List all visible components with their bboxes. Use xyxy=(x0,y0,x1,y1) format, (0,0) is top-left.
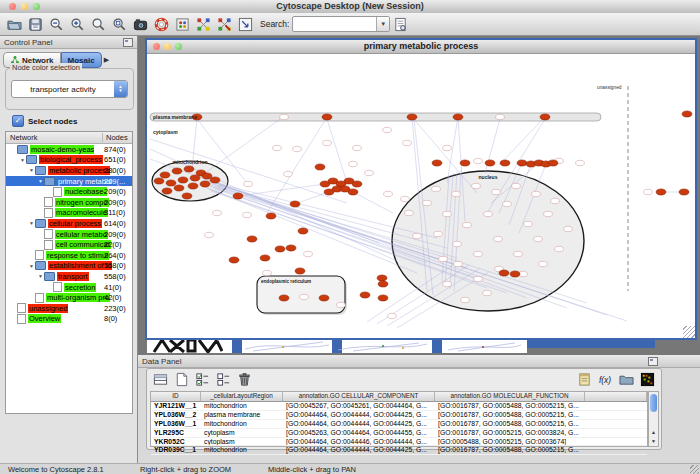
table-scrollbar[interactable]: ▲ ▼ xyxy=(648,391,659,447)
tree-row[interactable]: ▼primary metabol209(... xyxy=(6,176,132,187)
tree-row[interactable]: nucleobase-209(0) xyxy=(6,186,132,197)
scroll-down-icon[interactable]: ▼ xyxy=(649,437,658,446)
tree-row[interactable]: response to stimul264(0) xyxy=(6,250,132,261)
zoom-in-icon[interactable] xyxy=(68,15,87,34)
folder-icon xyxy=(35,166,46,175)
file-icon xyxy=(53,282,62,292)
table-row[interactable]: YKR052Ccytoplasm[GO:0044464, GO:0044446,… xyxy=(151,438,647,447)
tree-row[interactable]: ▼metabolic process280(0) xyxy=(6,165,132,176)
expand-arrow-icon[interactable]: ▼ xyxy=(28,220,35,226)
tree-row[interactable]: multi-organism pro42(0) xyxy=(6,292,132,303)
import-attrs-icon[interactable] xyxy=(575,370,594,389)
table-row[interactable]: YLR295Ccytoplasm[GO:0045263, GO:0044464,… xyxy=(151,429,647,438)
main-toolbar: Search: ▼ xyxy=(0,13,700,36)
zoom-out-icon[interactable] xyxy=(47,15,66,34)
tree-row[interactable]: ▼transport558(0) xyxy=(6,271,132,282)
select-nodes-label: Select nodes xyxy=(28,117,77,126)
search-input[interactable] xyxy=(293,17,376,31)
tree-header[interactable]: Network Nodes xyxy=(6,132,132,144)
expand-arrow-icon[interactable]: ▼ xyxy=(28,263,35,269)
expand-arrow-icon[interactable]: ▼ xyxy=(28,167,35,173)
svg-text:mitochondrion: mitochondrion xyxy=(173,159,208,165)
column-header[interactable]: annotation.GO CELLULAR_COMPONENT xyxy=(283,392,435,401)
chevron-down-icon[interactable]: ▼ xyxy=(376,17,389,31)
open-icon[interactable] xyxy=(5,15,24,34)
app-title: Cytoscape Desktop (New Session) xyxy=(0,1,700,11)
attribute-table[interactable]: ID_cellularLayoutRegionannotation.GO CEL… xyxy=(150,391,648,447)
tree-row[interactable]: cellular metabo209(0) xyxy=(6,229,132,240)
table-row[interactable]: YPL036W__1mitochondrion[GO:0044464, GO:0… xyxy=(151,420,647,429)
file-icon xyxy=(35,293,44,303)
tab-overflow-arrow[interactable]: ▶ xyxy=(104,56,109,64)
column-header[interactable] xyxy=(585,392,647,401)
svg-text:nucleus: nucleus xyxy=(479,174,498,180)
window-resize-grip[interactable] xyxy=(690,465,699,474)
background-window-border xyxy=(232,340,242,353)
dropdown-stepper-icon: ▲▼ xyxy=(114,81,127,97)
status-pan-hint: Middle-click + drag to PAN xyxy=(268,465,356,474)
network-view-window: primary metabolic process plasma membran… xyxy=(145,38,697,340)
scroll-up-icon[interactable]: ▲ xyxy=(649,428,658,437)
file-icon xyxy=(44,208,53,218)
folder-icon xyxy=(35,261,46,270)
search-combobox[interactable]: ▼ xyxy=(292,16,390,32)
select-nodes-checkbox[interactable]: ✓ xyxy=(12,115,24,127)
tree-row[interactable]: ▼biological_process651(0) xyxy=(6,155,132,166)
tree-row[interactable]: cell communicat22(0) xyxy=(6,239,132,250)
attr-new-icon[interactable] xyxy=(172,370,191,389)
scrollbar-thumb[interactable] xyxy=(650,394,657,412)
folder-icon xyxy=(35,219,46,228)
network-edit-icon[interactable] xyxy=(215,15,234,34)
background-zoomed-network xyxy=(151,339,223,353)
search-options-button[interactable] xyxy=(391,15,410,34)
table-row[interactable]: YPL036W__2plasma membrane[GO:0044464, GO… xyxy=(151,411,647,420)
column-header[interactable]: _cellularLayoutRegion xyxy=(201,392,283,401)
tree-row[interactable]: nitrogen compo209(0) xyxy=(6,197,132,208)
load-attrs-icon[interactable] xyxy=(617,370,636,389)
save-icon[interactable] xyxy=(26,15,45,34)
attr-select-icon[interactable] xyxy=(151,370,170,389)
tree-row[interactable]: Overview8(0) xyxy=(6,314,132,325)
expand-arrow-icon[interactable]: ▼ xyxy=(37,178,44,184)
plugin-grid-icon[interactable] xyxy=(173,15,192,34)
view-titlebar[interactable]: primary metabolic process xyxy=(147,40,695,54)
table-row[interactable]: YJR121W__1mitochondrion[GO:0045267, GO:0… xyxy=(151,402,647,411)
file-icon xyxy=(44,197,53,207)
tree-row[interactable]: macromolecule311(0) xyxy=(6,208,132,219)
svg-text:endoplasmic reticulum: endoplasmic reticulum xyxy=(261,279,311,284)
view-resize-grip[interactable] xyxy=(683,326,695,338)
node-color-dropdown[interactable]: transporter activity ▲▼ xyxy=(11,80,128,98)
network-canvas[interactable]: plasma membranecytoplasmmitochondrionnuc… xyxy=(147,53,695,332)
snapshot-icon[interactable] xyxy=(131,15,150,34)
data-panel-title: Data Panel xyxy=(142,357,182,366)
select-all-icon[interactable] xyxy=(193,370,212,389)
formula-icon[interactable]: f(x) xyxy=(596,370,615,389)
tree-row[interactable]: ▼establishment of lo558(0) xyxy=(6,261,132,272)
float-panel-icon[interactable] xyxy=(648,357,658,366)
status-zoom-hint: Right-click + drag to ZOOM xyxy=(140,465,231,474)
tree-row[interactable]: unassigned223(0) xyxy=(6,303,132,314)
svg-text:unassigned: unassigned xyxy=(597,85,622,90)
column-header[interactable]: annotation.GO MOLECULAR_FUNCTION xyxy=(435,392,585,401)
tree-row[interactable]: ▼cellular process614(0) xyxy=(6,218,132,229)
matrix-icon[interactable] xyxy=(638,370,657,389)
unselect-all-icon[interactable] xyxy=(214,370,233,389)
column-header[interactable]: ID xyxy=(151,392,201,401)
data-panel: Data Panel f(x) ID_cellularLayoutRegiona… xyxy=(138,355,700,463)
status-welcome: Welcome to Cytoscape 2.8.1 xyxy=(8,465,104,474)
help-icon[interactable] xyxy=(152,15,171,34)
zoom-selected-icon[interactable] xyxy=(89,15,108,34)
svg-text:cytoplasm: cytoplasm xyxy=(153,129,178,135)
vizmapper-icon[interactable] xyxy=(236,15,255,34)
file-icon xyxy=(17,314,26,324)
float-panel-icon[interactable] xyxy=(123,38,133,47)
expand-arrow-icon[interactable]: ▼ xyxy=(19,157,26,163)
annotation-network-icon[interactable] xyxy=(194,15,213,34)
tree-row[interactable]: secretion41(0) xyxy=(6,282,132,293)
table-row[interactable]: YDR039C__1mitochondrion[GO:0044464, GO:0… xyxy=(151,446,647,455)
attr-delete-icon[interactable] xyxy=(235,370,254,389)
zoom-fit-icon[interactable] xyxy=(110,15,129,34)
expand-arrow-icon[interactable]: ▼ xyxy=(37,273,44,279)
network-tree: Network Nodes mosaic-demo-yeast874(0)▼bi… xyxy=(5,131,133,414)
tree-row[interactable]: mosaic-demo-yeast874(0) xyxy=(6,144,132,155)
